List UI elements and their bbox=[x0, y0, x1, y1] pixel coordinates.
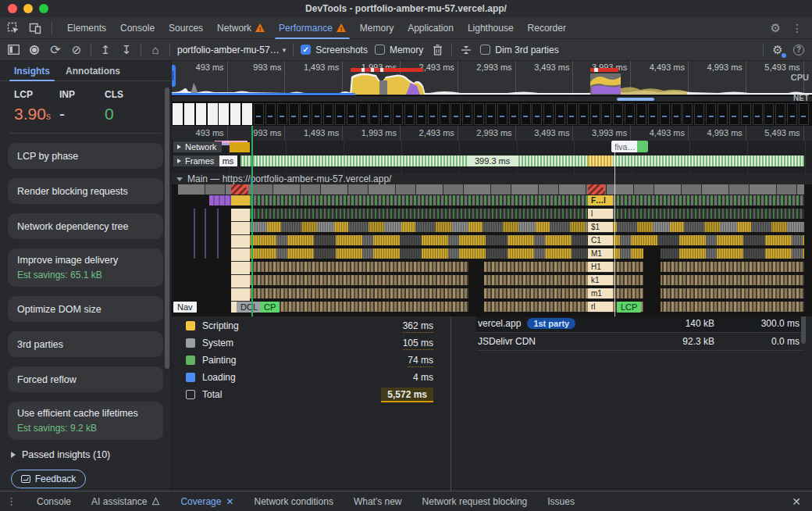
stack-frame-label[interactable]: H1 bbox=[588, 262, 613, 273]
upload-profile-icon[interactable]: ↥ bbox=[98, 43, 112, 57]
cp-marker[interactable]: CP bbox=[260, 302, 280, 313]
record-icon[interactable] bbox=[27, 43, 41, 57]
tab-elements[interactable]: Elements bbox=[60, 17, 113, 39]
timeline-overview[interactable]: 493 ms993 ms1,493 ms1,993 ms2,493 ms2,99… bbox=[172, 61, 812, 96]
legend-label: System bbox=[202, 338, 355, 348]
lcp-label: LCP bbox=[14, 89, 59, 100]
stack-frame-label[interactable]: F…l bbox=[588, 195, 613, 206]
page-selector-dropdown[interactable]: portfolio-amber-mu-57… ▾ bbox=[177, 45, 286, 55]
collapse-sections-icon[interactable] bbox=[459, 43, 473, 57]
insight-forced-reflow[interactable]: Forced reflow bbox=[8, 366, 163, 392]
drawer-more-icon[interactable]: ⋮ bbox=[6, 495, 16, 507]
drawer-tab-network-request-blocking[interactable]: Network request blocking bbox=[422, 496, 528, 507]
insight-cache-lifetimes[interactable]: Use efficient cache lifetimes Est saving… bbox=[8, 402, 163, 440]
metric-inp[interactable]: INP - bbox=[59, 89, 105, 123]
tab-sources[interactable]: Sources bbox=[162, 17, 210, 39]
lcp-marker[interactable]: LCP bbox=[617, 302, 641, 313]
drawer-tab-issues[interactable]: Issues bbox=[547, 496, 575, 507]
insight-3rd-parties[interactable]: 3rd parties bbox=[8, 331, 163, 357]
capture-settings-gear-icon[interactable]: ⚙ bbox=[771, 43, 785, 57]
memory-checkbox[interactable]: Memory bbox=[375, 45, 423, 55]
device-toolbar-icon[interactable] bbox=[28, 21, 42, 35]
clear-icon[interactable]: ⊘ bbox=[69, 43, 84, 57]
close-coverage-icon[interactable]: ✕ bbox=[226, 496, 233, 507]
stack-frame-label[interactable]: m1 bbox=[588, 288, 613, 299]
range-left-grip[interactable] bbox=[172, 65, 176, 87]
stack-frame-label[interactable]: rl bbox=[588, 302, 613, 313]
task-row bbox=[178, 184, 804, 195]
main-thread-track-header[interactable]: Main — https://portfolio-amber-mu-57.ver… bbox=[172, 173, 812, 184]
timeline-tracks[interactable]: 493 ms993 ms1,493 ms1,993 ms2,493 ms2,99… bbox=[172, 126, 812, 316]
stack-frame-label[interactable]: l bbox=[588, 209, 613, 220]
reload-record-icon[interactable]: ⟳ bbox=[48, 43, 62, 57]
expander-arrow-icon bbox=[177, 145, 181, 149]
passed-insights-expander[interactable]: Passed insights (10) bbox=[0, 440, 171, 460]
insight-savings: Est savings: 65.1 kB bbox=[17, 270, 154, 281]
drawer-tab-whats-new[interactable]: What's new bbox=[354, 496, 402, 507]
network-request-bar[interactable] bbox=[230, 142, 250, 152]
inspect-element-icon[interactable] bbox=[6, 21, 20, 35]
drawer-tab-ai-assistance[interactable]: AI assistance bbox=[91, 496, 160, 507]
svg-text:!: ! bbox=[259, 26, 262, 32]
insight-improve-image-delivery[interactable]: Improve image delivery Est savings: 65.1… bbox=[8, 248, 163, 287]
insight-title: Render blocking requests bbox=[17, 186, 154, 197]
stack-frame-label[interactable]: C1 bbox=[588, 235, 613, 246]
close-drawer-icon[interactable]: ✕ bbox=[792, 495, 801, 508]
tab-console[interactable]: Console bbox=[113, 17, 162, 39]
drawer-tab-console[interactable]: Console bbox=[37, 496, 71, 507]
feedback-button[interactable]: Feedback bbox=[11, 470, 86, 488]
table-row[interactable]: JSDelivr CDN 92.3 kB 0.0 ms bbox=[476, 333, 804, 351]
tab-performance[interactable]: Performance ! bbox=[272, 17, 353, 39]
network-track-label: Network bbox=[185, 142, 216, 152]
toggle-sidebar-icon[interactable] bbox=[6, 43, 20, 57]
download-profile-icon[interactable]: ↧ bbox=[119, 43, 134, 57]
dim-3rd-parties-label: Dim 3rd parties bbox=[495, 45, 558, 55]
tab-memory[interactable]: Memory bbox=[353, 17, 401, 39]
screenshots-checkbox[interactable]: ✓ Screenshots bbox=[301, 45, 368, 55]
sidebar-tab-insights[interactable]: Insights bbox=[8, 61, 56, 80]
settings-gear-icon[interactable]: ⚙ bbox=[771, 22, 781, 34]
main-tabbar: Elements Console Sources Network ! Perfo… bbox=[0, 17, 812, 39]
entity-cell: vercel.app bbox=[478, 318, 521, 329]
selected-range-indicator[interactable] bbox=[172, 93, 355, 95]
lcp-marker-line bbox=[614, 141, 615, 316]
main-flame-chart[interactable]: F…l l $1 C1 M1 H1 k1 m1 rl Nav DCL CP LC… bbox=[172, 184, 812, 316]
frames-track[interactable]: 399.3 ms Frames ms bbox=[172, 153, 812, 169]
home-icon[interactable]: ⌂ bbox=[148, 43, 162, 57]
screenshot-filmstrip[interactable] bbox=[172, 102, 812, 126]
metric-lcp[interactable]: LCP 3.90s bbox=[14, 89, 59, 123]
network-track-expander[interactable]: Network bbox=[173, 141, 222, 152]
tab-recorder[interactable]: Recorder bbox=[521, 17, 573, 39]
network-request-chip[interactable]: fiva… bbox=[611, 141, 648, 152]
long-frame-bar[interactable] bbox=[588, 155, 613, 166]
insight-render-blocking[interactable]: Render blocking requests bbox=[8, 178, 163, 204]
stack-frame-label[interactable]: M1 bbox=[588, 248, 613, 259]
sidebar-scrollbar[interactable] bbox=[165, 88, 169, 369]
insight-lcp-by-phase[interactable]: LCP by phase bbox=[8, 143, 163, 169]
nav-marker[interactable]: Nav bbox=[173, 302, 197, 313]
drawer-tab-network-conditions[interactable]: Network conditions bbox=[255, 496, 333, 507]
stack-frame-label[interactable]: $1 bbox=[588, 222, 613, 233]
insight-network-dependency-tree[interactable]: Network dependency tree bbox=[8, 213, 163, 239]
dim-3rd-parties-checkbox[interactable]: Dim 3rd parties bbox=[480, 45, 558, 55]
drawer-bar: ⋮ Console AI assistance Coverage ✕ Netwo… bbox=[0, 491, 812, 511]
frames-activity-bar[interactable] bbox=[240, 155, 804, 166]
drawer-tab-coverage[interactable]: Coverage ✕ bbox=[180, 496, 233, 507]
tab-network[interactable]: Network ! bbox=[210, 17, 272, 39]
dcl-marker[interactable]: DCL bbox=[237, 302, 262, 313]
more-options-icon[interactable]: ⋮ bbox=[792, 22, 803, 34]
tab-lighthouse[interactable]: Lighthouse bbox=[461, 17, 521, 39]
idle-gap bbox=[468, 262, 484, 313]
metric-cls[interactable]: CLS 0 bbox=[105, 89, 150, 123]
tab-application[interactable]: Application bbox=[401, 17, 461, 39]
insight-optimize-dom-size[interactable]: Optimize DOM size bbox=[8, 296, 163, 322]
stack-frame-label[interactable]: k1 bbox=[588, 275, 613, 286]
help-icon[interactable]: ? bbox=[792, 43, 806, 57]
table-row[interactable]: vercel.app1st party 140 kB 300.0 ms bbox=[476, 315, 804, 333]
network-track[interactable]: Network fiva… bbox=[172, 141, 812, 153]
sidebar-tab-annotations[interactable]: Annotations bbox=[59, 61, 126, 80]
frames-track-expander[interactable]: Frames bbox=[173, 155, 219, 166]
collect-garbage-icon[interactable] bbox=[430, 43, 444, 57]
inp-value: - bbox=[59, 105, 105, 123]
tab-label: Network bbox=[217, 23, 251, 34]
